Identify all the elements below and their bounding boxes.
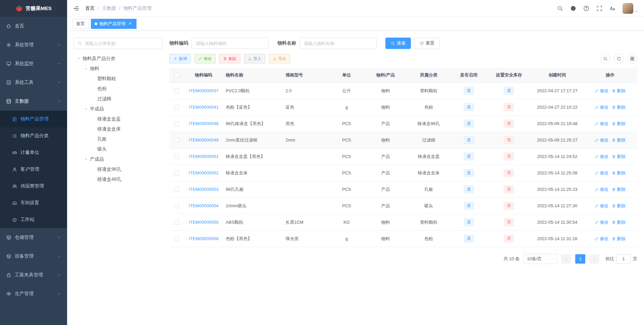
sidebar-subitem[interactable]: 车间设置	[0, 195, 67, 211]
delete-button[interactable]: 删除	[219, 54, 240, 63]
tree-node[interactable]: 物料及产品分类	[74, 54, 163, 64]
row-checkbox[interactable]	[174, 204, 179, 208]
grid-toggle-button[interactable]	[627, 54, 637, 64]
row-checkbox[interactable]	[174, 236, 179, 241]
sidebar-subitem[interactable]: 工作站	[0, 211, 67, 228]
edit-button[interactable]: 修改	[194, 54, 216, 63]
page-size-select[interactable]: 10条/页	[524, 254, 557, 264]
sidebar-item[interactable]: 首页	[0, 17, 67, 36]
sidebar-subitem[interactable]: 供应商管理	[0, 178, 67, 195]
row-edit-link[interactable]: 修改	[595, 104, 608, 110]
row-checkbox[interactable]	[174, 121, 179, 126]
item-code-link[interactable]: ITEM00000056	[189, 236, 219, 241]
row-checkbox[interactable]	[174, 154, 179, 159]
row-delete-link[interactable]: 删除	[612, 186, 626, 193]
row-edit-link[interactable]: 修改	[595, 88, 608, 94]
tree-node[interactable]: 塑料颗粒	[74, 74, 163, 84]
row-edit-link[interactable]: 修改	[595, 186, 608, 193]
page-number-button[interactable]: 1	[575, 254, 585, 264]
row-checkbox[interactable]	[174, 220, 179, 225]
row-delete-link[interactable]: 删除	[612, 121, 626, 127]
select-all-checkbox[interactable]	[174, 73, 179, 78]
row-edit-link[interactable]: 修改	[595, 170, 608, 176]
item-code-link[interactable]: ITEM00000037	[189, 88, 219, 93]
sidebar-item[interactable]: 设备管理	[0, 247, 67, 266]
breadcrumb-item[interactable]: 首页	[85, 5, 95, 11]
row-checkbox[interactable]	[174, 89, 179, 93]
sidebar-item[interactable]: 工装夹具管理	[0, 266, 67, 284]
row-delete-link[interactable]: 删除	[612, 170, 626, 176]
sidebar-collapse-icon[interactable]	[73, 5, 79, 11]
next-page-button[interactable]	[589, 254, 599, 264]
row-delete-link[interactable]: 删除	[612, 137, 626, 143]
caret-icon[interactable]	[83, 158, 90, 161]
row-delete-link[interactable]: 删除	[612, 219, 626, 225]
fullscreen-icon[interactable]	[596, 5, 602, 11]
search-icon[interactable]	[557, 5, 563, 11]
refresh-toggle-button[interactable]	[614, 54, 624, 64]
tree-node[interactable]: 产成品	[74, 154, 163, 164]
import-button[interactable]: 导入	[244, 54, 265, 63]
code-filter-input[interactable]	[192, 38, 269, 49]
tree-node[interactable]: 孔板	[74, 134, 163, 144]
tree-node[interactable]: 色粉	[74, 84, 163, 94]
row-delete-link[interactable]: 删除	[612, 203, 626, 209]
close-icon[interactable]: ×	[127, 21, 133, 26]
row-edit-link[interactable]: 修改	[595, 203, 608, 209]
tree-node[interactable]: 移液盒96孔	[74, 164, 163, 174]
row-edit-link[interactable]: 修改	[595, 137, 608, 143]
user-menu[interactable]	[623, 3, 638, 14]
row-edit-link[interactable]: 修改	[595, 236, 608, 242]
tree-node[interactable]: 移液盒盒体	[74, 124, 163, 134]
item-code-link[interactable]: ITEM00000053	[189, 187, 219, 192]
row-edit-link[interactable]: 修改	[595, 154, 608, 160]
sidebar-item[interactable]: 主数据	[0, 92, 67, 111]
row-edit-link[interactable]: 修改	[595, 219, 608, 225]
caret-icon[interactable]	[83, 107, 90, 111]
question-icon[interactable]	[583, 5, 589, 11]
tab[interactable]: 首页	[72, 19, 89, 29]
item-code-link[interactable]: ITEM00000051	[189, 154, 219, 159]
item-code-link[interactable]: ITEM00000049	[189, 138, 219, 143]
item-code-link[interactable]: ITEM00000055	[189, 220, 219, 225]
item-code-link[interactable]: ITEM00000046	[189, 121, 219, 126]
export-button[interactable]: 导出	[269, 54, 290, 63]
row-delete-link[interactable]: 删除	[612, 154, 626, 160]
sidebar-item[interactable]: 生产管理	[0, 284, 67, 303]
fontsize-icon[interactable]	[609, 5, 615, 11]
search-button[interactable]: 搜索	[385, 38, 411, 49]
item-code-link[interactable]: ITEM00000054	[189, 203, 219, 208]
sidebar-subitem[interactable]: 客户管理	[0, 161, 67, 178]
sidebar-item[interactable]: 系统工具	[0, 73, 67, 92]
sidebar-item[interactable]: 仓储管理	[0, 228, 67, 247]
add-button[interactable]: 新增	[169, 54, 191, 63]
row-checkbox[interactable]	[174, 138, 179, 143]
search-toggle-button[interactable]	[600, 54, 610, 64]
tree-node[interactable]: 物料	[74, 64, 163, 74]
tree-node[interactable]: 移液盒48孔	[74, 174, 163, 184]
tree-node[interactable]: 半成品	[74, 104, 163, 114]
sidebar-item[interactable]: 系统管理	[0, 36, 67, 54]
caret-icon[interactable]	[83, 67, 90, 70]
prev-page-button[interactable]	[561, 254, 571, 264]
github-icon[interactable]	[570, 5, 576, 11]
reset-button[interactable]: 重置	[414, 38, 440, 49]
tree-node[interactable]: 移液盒盒盖	[74, 114, 163, 124]
sidebar-item[interactable]: 系统监控	[0, 54, 67, 73]
row-delete-link[interactable]: 删除	[612, 88, 626, 94]
tree-node[interactable]: 过滤棉	[74, 94, 163, 104]
row-checkbox[interactable]	[174, 105, 179, 110]
tab[interactable]: 物料产品管理×	[91, 19, 137, 29]
sidebar-subitem[interactable]: 物料产品管理	[0, 111, 67, 127]
item-code-link[interactable]: ITEM00000052	[189, 170, 219, 175]
row-edit-link[interactable]: 修改	[595, 121, 608, 127]
logo[interactable]: 苦糖果MES	[0, 0, 67, 17]
tree-node[interactable]: 吸头	[74, 144, 163, 154]
sidebar-subitem[interactable]: 物料产品分类	[0, 127, 67, 144]
item-code-link[interactable]: ITEM00000041	[189, 105, 219, 110]
row-checkbox[interactable]	[174, 187, 179, 192]
sidebar-subitem[interactable]: 计量单位	[0, 144, 67, 161]
tree-search-input[interactable]	[85, 41, 159, 46]
caret-icon[interactable]	[75, 57, 83, 60]
name-filter-input[interactable]	[300, 38, 377, 49]
